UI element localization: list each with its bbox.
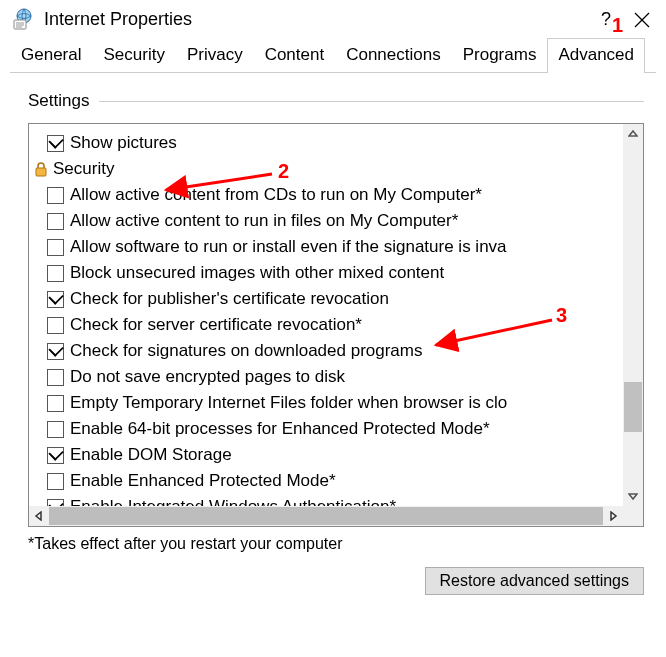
setting-block-unsecured-images[interactable]: Block unsecured images with other mixed … (47, 260, 643, 286)
setting-check-publisher-cert-revocation[interactable]: Check for publisher's certificate revoca… (47, 286, 643, 312)
checkbox-icon[interactable] (47, 447, 64, 464)
restore-advanced-settings-button[interactable]: Restore advanced settings (425, 567, 644, 595)
svg-rect-1 (14, 20, 26, 29)
checkbox-icon[interactable] (47, 291, 64, 308)
tab-strip: General Security Privacy Content Connect… (10, 38, 656, 73)
category-label: Security (53, 159, 114, 179)
setting-enable-dom-storage[interactable]: Enable DOM Storage (47, 442, 643, 468)
vertical-scrollbar[interactable] (623, 124, 643, 506)
horizontal-scrollbar[interactable] (29, 506, 643, 526)
svg-rect-7 (36, 168, 46, 176)
settings-group-header: Settings (28, 91, 644, 111)
checkbox-icon[interactable] (47, 369, 64, 386)
checkbox-icon[interactable] (47, 265, 64, 282)
setting-empty-temp-on-close[interactable]: Empty Temporary Internet Files folder wh… (47, 390, 643, 416)
setting-check-download-signatures[interactable]: Check for signatures on downloaded progr… (47, 338, 643, 364)
setting-enable-enhanced-protected-mode[interactable]: Enable Enhanced Protected Mode* (47, 468, 643, 494)
checkbox-icon[interactable] (47, 343, 64, 360)
settings-tree[interactable]: Show pictures Security Allow active cont… (28, 123, 644, 527)
tab-advanced[interactable]: Advanced (547, 38, 645, 72)
checkbox-icon[interactable] (47, 317, 64, 334)
tab-security[interactable]: Security (92, 38, 175, 72)
titlebar: Internet Properties ? (0, 0, 666, 38)
setting-label: Enable DOM Storage (70, 445, 232, 465)
scroll-right-arrow-icon[interactable] (603, 506, 623, 526)
setting-do-not-save-encrypted[interactable]: Do not save encrypted pages to disk (47, 364, 643, 390)
scroll-thumb[interactable] (624, 382, 642, 432)
restart-footnote: *Takes effect after you restart your com… (28, 535, 644, 553)
tab-privacy[interactable]: Privacy (176, 38, 254, 72)
scroll-down-arrow-icon[interactable] (623, 486, 643, 506)
checkbox-icon[interactable] (47, 135, 64, 152)
help-button[interactable]: ? (588, 9, 624, 30)
lock-icon (33, 161, 49, 177)
category-security[interactable]: Security (33, 156, 643, 182)
setting-label: Check for signatures on downloaded progr… (70, 341, 422, 361)
setting-show-pictures[interactable]: Show pictures (47, 130, 643, 156)
close-icon (634, 12, 650, 28)
setting-label: Allow active content from CDs to run on … (70, 185, 482, 205)
setting-label: Show pictures (70, 133, 177, 153)
setting-allow-file-active-content[interactable]: Allow active content to run in files on … (47, 208, 643, 234)
divider (99, 101, 644, 102)
setting-label: Do not save encrypted pages to disk (70, 367, 345, 387)
setting-allow-cd-active-content[interactable]: Allow active content from CDs to run on … (47, 182, 643, 208)
settings-group-label: Settings (28, 91, 89, 111)
setting-allow-invalid-signature[interactable]: Allow software to run or install even if… (47, 234, 643, 260)
checkbox-icon[interactable] (47, 395, 64, 412)
tab-connections[interactable]: Connections (335, 38, 452, 72)
advanced-panel: Settings Show pictures Security Allow (0, 73, 666, 595)
setting-label: Check for server certificate revocation* (70, 315, 362, 335)
window-title: Internet Properties (44, 9, 588, 30)
setting-enable-64bit-epm[interactable]: Enable 64-bit processes for Enhanced Pro… (47, 416, 643, 442)
setting-label: Block unsecured images with other mixed … (70, 263, 444, 283)
checkbox-icon[interactable] (47, 499, 64, 507)
setting-label: Enable Enhanced Protected Mode* (70, 471, 336, 491)
checkbox-icon[interactable] (47, 473, 64, 490)
setting-label: Enable Integrated Windows Authentication… (70, 497, 396, 506)
hscroll-track[interactable] (49, 507, 603, 525)
checkbox-icon[interactable] (47, 213, 64, 230)
checkbox-icon[interactable] (47, 187, 64, 204)
close-button[interactable] (624, 10, 660, 28)
checkbox-icon[interactable] (47, 421, 64, 438)
setting-label: Empty Temporary Internet Files folder wh… (70, 393, 507, 413)
tab-content[interactable]: Content (254, 38, 336, 72)
setting-label: Allow active content to run in files on … (70, 211, 458, 231)
scroll-up-arrow-icon[interactable] (623, 124, 643, 144)
setting-label: Check for publisher's certificate revoca… (70, 289, 389, 309)
setting-label: Enable 64-bit processes for Enhanced Pro… (70, 419, 490, 439)
tab-general[interactable]: General (10, 38, 92, 72)
scroll-left-arrow-icon[interactable] (29, 506, 49, 526)
internet-options-icon (12, 8, 34, 30)
tab-programs[interactable]: Programs (452, 38, 548, 72)
setting-check-server-cert-revocation[interactable]: Check for server certificate revocation* (47, 312, 643, 338)
scroll-corner (623, 506, 643, 526)
setting-label: Allow software to run or install even if… (70, 237, 507, 257)
setting-enable-integrated-windows-auth[interactable]: Enable Integrated Windows Authentication… (47, 494, 643, 506)
checkbox-icon[interactable] (47, 239, 64, 256)
